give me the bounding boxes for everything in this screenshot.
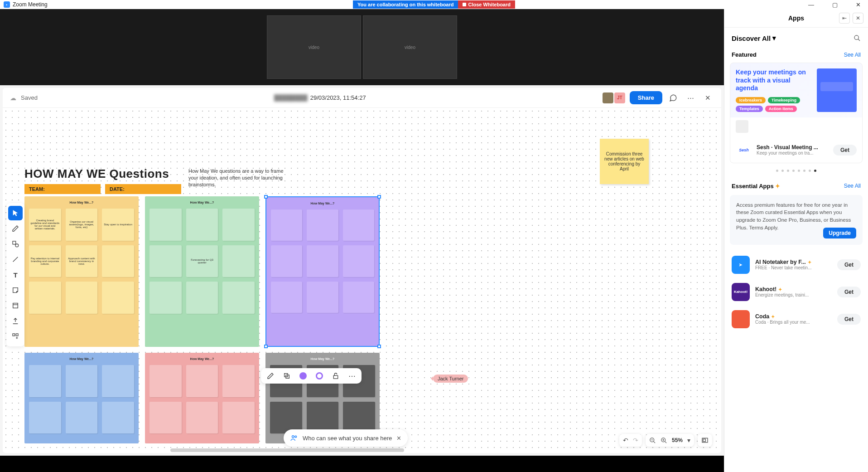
search-icon[interactable]	[854, 34, 861, 42]
get-coda-button[interactable]: Get	[837, 314, 861, 325]
pen-tool[interactable]	[8, 221, 23, 236]
horizontal-scrollbar[interactable]	[170, 448, 404, 452]
cell[interactable]	[102, 245, 134, 277]
frame-tool[interactable]	[8, 298, 23, 313]
cell[interactable]: Creating brand guideline and standards f…	[29, 209, 61, 241]
stroke-color-icon[interactable]	[314, 371, 324, 381]
line-tool[interactable]	[8, 252, 23, 267]
minimize-button[interactable]: ―	[805, 1, 818, 8]
cell[interactable]: Forecasting for Q3 quarter	[186, 245, 218, 277]
cell[interactable]	[222, 245, 255, 277]
selection-handle[interactable]	[377, 195, 381, 199]
cell[interactable]	[186, 282, 218, 314]
popout-icon[interactable]: ⇤	[839, 13, 850, 24]
close-apps-icon[interactable]: ✕	[853, 13, 863, 24]
cell[interactable]	[149, 245, 182, 277]
comments-icon[interactable]	[667, 92, 680, 104]
zoom-out-icon[interactable]	[649, 437, 656, 444]
cell[interactable]	[29, 365, 61, 397]
app-row-coda[interactable]: Coda✦ Coda · Brings all your me... Get	[724, 306, 868, 333]
panel-blue[interactable]: How May We...?	[24, 353, 139, 443]
cell[interactable]	[66, 282, 98, 314]
cell[interactable]	[222, 402, 255, 434]
cell[interactable]	[149, 402, 182, 434]
featured-card[interactable]: Keep your meetings on track with a visua…	[730, 63, 863, 163]
participant-video-1[interactable]: video	[267, 15, 361, 79]
upload-tool[interactable]	[8, 314, 23, 328]
privacy-text[interactable]: Who can see what you share here	[303, 435, 392, 442]
featured-carousel-dots[interactable]	[724, 165, 868, 178]
date-chip[interactable]: DATE:	[105, 184, 181, 194]
more-selection-icon[interactable]: ⋯	[347, 371, 357, 381]
lock-icon[interactable]	[331, 371, 341, 381]
cell[interactable]	[343, 245, 374, 277]
chevron-down-icon[interactable]: ▾	[687, 437, 690, 444]
whiteboard-canvas[interactable]: T HOW MAY WE Questions TEAM: DATE: How M…	[3, 108, 721, 453]
select-tool[interactable]	[8, 206, 23, 220]
app-row-kahoot[interactable]: Kahoot! Kahoot!✦ Energize meetings, trai…	[724, 278, 868, 306]
close-privacy-icon[interactable]: ✕	[396, 435, 401, 442]
panel-yellow[interactable]: How May We...? Creating brand guideline …	[24, 196, 139, 347]
panel-red[interactable]: How May We...?	[145, 353, 259, 443]
cell[interactable]	[271, 209, 302, 241]
cell[interactable]	[186, 402, 218, 434]
cell[interactable]	[102, 402, 134, 434]
get-sesh-button[interactable]: Get	[833, 145, 857, 156]
copy-tool-icon[interactable]	[282, 371, 292, 381]
cell[interactable]	[270, 402, 302, 434]
sticky-commission[interactable]: Commission three new articles on web con…	[600, 139, 649, 184]
cell[interactable]: Approach content with brand consistency …	[66, 245, 98, 277]
cell[interactable]	[149, 365, 182, 397]
get-kahoot-button[interactable]: Get	[837, 287, 861, 297]
shapes-tool[interactable]	[8, 237, 23, 251]
panel-green[interactable]: How May We...? Forecasting for Q3 quarte…	[145, 196, 259, 347]
cell[interactable]: Pay attention to internal branding and c…	[29, 245, 61, 277]
team-chip[interactable]: TEAM:	[24, 184, 101, 194]
cell[interactable]	[186, 365, 218, 397]
minimap-button[interactable]	[698, 434, 712, 447]
hmw-title[interactable]: HOW MAY WE Questions	[24, 167, 169, 181]
share-button[interactable]: Share	[630, 91, 662, 104]
cell[interactable]	[66, 402, 98, 434]
cell[interactable]	[222, 209, 255, 241]
collaborator-avatars[interactable]: JT	[603, 92, 625, 103]
close-whiteboard-x[interactable]: ✕	[701, 92, 714, 104]
edit-tool-icon[interactable]	[265, 371, 275, 381]
maximize-button[interactable]: ▢	[829, 1, 841, 8]
text-tool[interactable]: T	[8, 268, 23, 282]
cell[interactable]	[271, 245, 302, 277]
cell[interactable]	[307, 245, 338, 277]
cell[interactable]	[149, 282, 182, 314]
discover-all-dropdown[interactable]: Discover All ▾	[732, 34, 776, 42]
close-window-button[interactable]: ✕	[852, 1, 864, 8]
cell[interactable]	[343, 282, 374, 313]
hmw-description[interactable]: How May We questions are a way to frame …	[188, 168, 288, 188]
fill-color-icon[interactable]	[298, 371, 308, 381]
selection-handle[interactable]	[264, 345, 268, 348]
cell[interactable]	[307, 209, 338, 241]
cell[interactable]: Stay open to inspiration	[102, 209, 134, 241]
cell[interactable]	[102, 365, 134, 397]
cell[interactable]	[307, 402, 339, 434]
panel-purple-selected[interactable]: How May We...?	[265, 196, 380, 347]
cell[interactable]	[343, 402, 375, 434]
participant-video-2[interactable]: video	[363, 15, 457, 79]
more-tools[interactable]	[8, 329, 23, 344]
cell[interactable]	[66, 365, 98, 397]
cell[interactable]	[271, 282, 302, 313]
cell[interactable]	[149, 209, 182, 241]
see-all-essential[interactable]: See All	[844, 183, 861, 189]
get-ai-notetaker-button[interactable]: Get	[837, 259, 861, 270]
selection-handle[interactable]	[377, 345, 381, 348]
app-row-ai-notetaker[interactable]: ➤ AI Notetaker by F...✦ FREE · Never tak…	[724, 251, 868, 278]
document-title[interactable]: ████████ 29/03/2023, 11:54:27	[274, 94, 366, 101]
sticky-tool[interactable]	[8, 283, 23, 297]
zoom-in-icon[interactable]	[661, 437, 667, 444]
cell[interactable]	[222, 282, 255, 314]
redo-button[interactable]: ↷	[633, 437, 638, 444]
cell[interactable]: Organise our visual assets(logo, images,…	[66, 209, 98, 241]
cell[interactable]	[307, 282, 338, 313]
cell[interactable]	[102, 282, 134, 314]
cell[interactable]	[186, 209, 218, 241]
cell[interactable]	[29, 282, 61, 314]
